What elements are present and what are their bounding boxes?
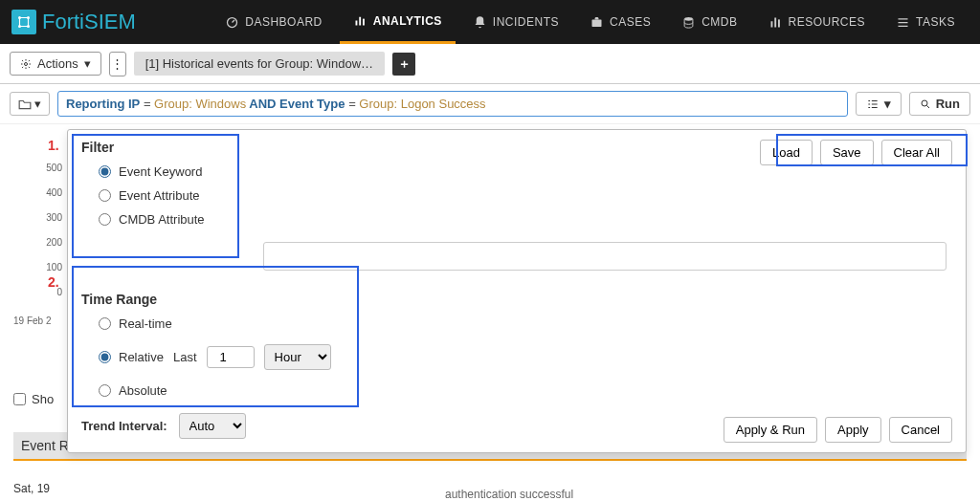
nav-dashboard[interactable]: DASHBOARD bbox=[212, 0, 336, 44]
brand-text: FortiSIEM bbox=[42, 10, 136, 34]
load-button[interactable]: Load bbox=[760, 140, 813, 165]
annotation-1: 1. bbox=[48, 138, 59, 153]
nav-label: INCIDENTS bbox=[493, 15, 559, 29]
svg-rect-12 bbox=[778, 19, 780, 27]
folder-icon bbox=[18, 98, 32, 110]
cases-icon bbox=[590, 15, 604, 30]
svg-point-14 bbox=[922, 100, 927, 106]
time-range-section: Time Range Real-time Relative Last Hour … bbox=[81, 292, 952, 398]
gear-icon bbox=[20, 58, 32, 70]
query-and: AND bbox=[246, 97, 276, 111]
run-button[interactable]: Run bbox=[909, 92, 970, 116]
nav-label: ANALYTICS bbox=[373, 14, 442, 28]
filter-event-keyword[interactable]: Event Keyword bbox=[99, 164, 205, 179]
tab-label: [1] Historical events for Group: Window… bbox=[145, 56, 373, 71]
clear-all-button[interactable]: Clear All bbox=[881, 140, 952, 165]
brand: FortiSIEM bbox=[11, 10, 136, 34]
actions-button[interactable]: Actions ▾ bbox=[10, 52, 101, 76]
query-val: Group: Windows bbox=[151, 97, 247, 111]
svg-point-9 bbox=[684, 16, 693, 20]
save-button[interactable]: Save bbox=[820, 140, 874, 165]
svg-rect-7 bbox=[363, 19, 365, 26]
layout-toggle-button[interactable]: ▾ bbox=[856, 92, 902, 116]
query-input[interactable]: Reporting IP = Group: Windows AND Event … bbox=[57, 91, 848, 117]
time-title: Time Range bbox=[81, 292, 952, 307]
list-icon bbox=[866, 98, 880, 110]
radio-input[interactable] bbox=[99, 189, 111, 202]
relative-value-input[interactable] bbox=[207, 346, 255, 368]
events-tab[interactable]: [1] Historical events for Group: Window… bbox=[134, 52, 385, 76]
query-field: Reporting IP bbox=[66, 97, 140, 111]
popover-buttons: Load Save Clear All bbox=[760, 140, 952, 165]
radio-input[interactable] bbox=[99, 165, 111, 178]
chevron-down-icon: ▾ bbox=[84, 56, 91, 71]
cancel-button[interactable]: Cancel bbox=[889, 417, 952, 443]
filter-title: Filter bbox=[81, 140, 205, 155]
popover-footer: Apply & Run Apply Cancel bbox=[724, 417, 952, 443]
folder-button[interactable]: ▾ bbox=[10, 92, 50, 116]
tab-menu-button[interactable]: ⋮ bbox=[109, 52, 126, 76]
radio-label: Event Keyword bbox=[119, 164, 202, 179]
resources-icon bbox=[768, 15, 783, 30]
event-timestamp: Sat, 19 bbox=[13, 482, 50, 495]
radio-label: Relative bbox=[119, 350, 164, 364]
nav-label: CASES bbox=[610, 15, 651, 29]
ytick: 500 bbox=[13, 163, 66, 187]
tasks-icon bbox=[896, 15, 910, 30]
relative-unit-select[interactable]: Hour bbox=[264, 344, 331, 370]
apply-run-button[interactable]: Apply & Run bbox=[724, 417, 817, 443]
query-row: ▾ Reporting IP = Group: Windows AND Even… bbox=[0, 84, 980, 124]
nav-cmdb[interactable]: CMDB bbox=[668, 0, 750, 44]
run-label: Run bbox=[936, 97, 960, 111]
radio-label: Real-time bbox=[119, 316, 172, 331]
apply-button[interactable]: Apply bbox=[825, 417, 881, 443]
radio-input[interactable] bbox=[99, 384, 111, 397]
search-icon bbox=[920, 98, 931, 110]
topbar: FortiSIEM DASHBOARD ANALYTICS INCIDENTS … bbox=[0, 0, 980, 44]
nav-cases[interactable]: CASES bbox=[576, 0, 664, 44]
filter-cmdb-attribute[interactable]: CMDB Attribute bbox=[99, 212, 205, 227]
radio-input[interactable] bbox=[99, 317, 111, 330]
svg-rect-10 bbox=[770, 21, 772, 27]
cmdb-icon bbox=[681, 15, 696, 30]
bell-icon bbox=[473, 15, 487, 30]
radio-input[interactable] bbox=[99, 351, 111, 363]
actions-label: Actions bbox=[37, 56, 78, 71]
radio-label: CMDB Attribute bbox=[119, 212, 205, 227]
dashboard-icon bbox=[225, 15, 239, 30]
radio-input[interactable] bbox=[99, 213, 111, 226]
svg-rect-8 bbox=[591, 19, 601, 27]
x-date: 19 Feb 2 bbox=[13, 316, 66, 326]
query-val: Group: Logon Success bbox=[356, 97, 486, 111]
ytick: 300 bbox=[13, 212, 66, 237]
trend-interval-select[interactable]: Auto bbox=[179, 413, 246, 439]
nav: DASHBOARD ANALYTICS INCIDENTS CASES CMDB… bbox=[165, 0, 969, 44]
tabs-toolbar: Actions ▾ ⋮ [1] Historical events for Gr… bbox=[0, 44, 980, 84]
time-realtime[interactable]: Real-time bbox=[99, 316, 952, 331]
y-axis: 500 400 300 200 100 0 19 Feb 2 bbox=[13, 163, 66, 326]
nav-label: RESOURCES bbox=[789, 15, 866, 29]
analytics-icon bbox=[353, 13, 368, 28]
keyword-input[interactable] bbox=[263, 242, 947, 271]
chevron-down-icon: ▾ bbox=[34, 97, 41, 111]
nav-resources[interactable]: RESOURCES bbox=[755, 0, 880, 44]
ytick: 0 bbox=[13, 287, 66, 312]
query-op: = bbox=[345, 97, 356, 111]
filter-section: Filter Event Keyword Event Attribute CMD… bbox=[81, 140, 205, 227]
radio-label: Event Attribute bbox=[119, 188, 200, 203]
filter-event-attribute[interactable]: Event Attribute bbox=[99, 188, 205, 203]
time-relative[interactable]: Relative bbox=[99, 350, 164, 364]
nav-analytics[interactable]: ANALYTICS bbox=[340, 0, 456, 44]
brand-icon bbox=[11, 10, 36, 34]
time-absolute[interactable]: Absolute bbox=[99, 383, 952, 398]
nav-incidents[interactable]: INCIDENTS bbox=[459, 0, 572, 44]
ytick: 400 bbox=[13, 187, 66, 212]
ytick: 200 bbox=[13, 237, 66, 262]
add-tab-button[interactable]: ＋ bbox=[392, 53, 415, 76]
nav-label: TASKS bbox=[916, 15, 955, 29]
nav-tasks[interactable]: TASKS bbox=[882, 0, 969, 44]
show-checkbox-row[interactable]: Sho bbox=[13, 392, 54, 406]
chevron-down-icon: ▾ bbox=[884, 97, 891, 111]
show-checkbox[interactable] bbox=[13, 393, 26, 405]
trend-label: Trend Interval: bbox=[81, 419, 167, 433]
